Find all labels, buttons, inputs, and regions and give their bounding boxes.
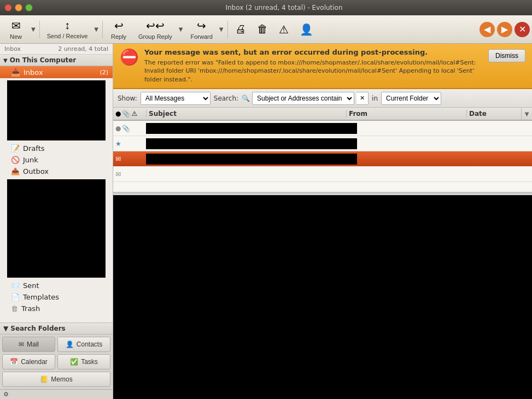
search-folders-header[interactable]: ▼ Search Folders [0,323,113,335]
row-icons-3: ✉ [113,155,146,163]
row-status-icon-4: ✉ [115,171,121,178]
sidebar-item-inbox[interactable]: 📥 Inbox (2) [0,66,113,78]
nav-memos-label: Memos [51,375,72,383]
error-content: Your message was sent, but an error occu… [144,48,483,84]
row-subject-1 [146,123,357,134]
forward-icon: ↪ [197,19,206,32]
maximize-button[interactable] [25,4,33,11]
reply-label: Reply [111,33,126,40]
sidebar-drafts-label: Drafts [23,144,45,152]
contacts-icon: 👤 [300,23,313,36]
inbox-header-bar: Inbox 2 unread, 4 total [0,44,113,55]
delete-button[interactable]: 🗑 [252,19,273,40]
print-button[interactable]: 🖨 [230,19,251,40]
forward-label: Forward [190,33,212,40]
close-button[interactable] [4,4,12,11]
table-row[interactable]: ● 📎 [113,121,532,136]
col-from-header[interactable]: From [346,110,466,118]
sep2 [102,21,103,38]
contacts-toolbar-button[interactable]: 👤 [295,19,318,40]
print-icon: 🖨 [235,23,246,36]
sidebar-outbox-label: Outbox [23,167,49,175]
delete-icon: 🗑 [257,23,268,36]
sep1 [39,21,40,38]
nav-calendar-label: Calendar [21,358,48,366]
row-status-icon-2: ★ [115,140,121,148]
nav-memos-button[interactable]: 📒 Memos [2,372,110,387]
nav-tasks-button[interactable]: ✅ Tasks [57,354,110,369]
outbox-icon: 📤 [11,167,20,175]
this-computer-label: On This Computer [10,56,77,64]
col-date-header[interactable]: Date [466,110,521,118]
show-select[interactable]: All Messages Unread Messages Read Messag… [141,92,211,105]
sidebar-item-drafts[interactable]: 📝 Drafts [0,143,113,154]
app-nav: ✉ Mail 👤 Contacts 📅 Calendar ✅ Tasks 📒 [0,335,113,389]
message-preview [113,195,532,399]
group-reply-button[interactable]: ↩↩ Group Reply [133,19,177,40]
group-reply-icon: ↩↩ [146,19,165,32]
row-icons-4: ✉ [113,171,146,178]
close-nav-button[interactable]: ✕ [515,22,530,37]
inbox-header-label: Inbox [4,45,21,52]
drafts-icon: 📝 [11,144,20,152]
sort-indicator: ▼ [521,108,532,120]
nav-contacts-button[interactable]: 👤 Contacts [57,337,110,352]
sidebar-preview-1 [7,80,106,140]
nav-calendar-icon: 📅 [10,358,18,366]
nav-tasks-label: Tasks [81,358,98,366]
error-message: The reported error was "Failed to append… [144,58,483,84]
forward-button[interactable]: ↪ Forward [185,19,217,40]
sidebar-templates-label: Templates [23,293,59,301]
nav-mail-button[interactable]: ✉ Mail [2,337,55,352]
minimize-button[interactable] [15,4,22,11]
error-icon: ⛔ [120,48,139,66]
sidebar-item-trash[interactable]: 🗑 Trash [0,303,113,314]
new-btn-group: ✉ New ▼ [2,19,37,40]
folder-select[interactable]: Current Folder All Accounts Active Accou… [381,92,441,105]
nav-contacts-label: Contacts [77,341,102,348]
sidebar-item-sent[interactable]: 📨 Sent [0,280,113,291]
table-row[interactable]: ★ [113,136,532,151]
msg-list: ● 📎 ★ ✉ [113,121,532,192]
sidebar-item-outbox[interactable]: 📤 Outbox [0,166,113,177]
search-folders-label: Search Folders [10,325,66,332]
sidebar-junk-label: Junk [23,156,38,164]
msg-list-header: ● 📎 ⚠ Subject From Date ▼ [113,108,532,121]
sidebar-item-junk[interactable]: 🚫 Junk [0,154,113,166]
mail-icon: ✉ [19,341,24,348]
back-button[interactable]: ◀ [480,22,495,37]
this-computer-header[interactable]: ▼ On This Computer [0,55,113,66]
search-type-select[interactable]: Subject or Addresses contain Subject con… [252,92,354,105]
group-reply-btn-group: ↩↩ Group Reply ▼ [133,19,184,40]
send-receive-dropdown-arrow[interactable]: ▼ [92,19,100,40]
forward-nav-button[interactable]: ▶ [497,22,512,37]
nav-buttons: ◀ ▶ ✕ [480,22,530,37]
reply-icon: ↩ [114,19,124,32]
window-controls [4,4,33,11]
table-row[interactable]: ✉ [113,151,532,167]
forward-dropdown-arrow[interactable]: ▼ [218,19,225,40]
group-reply-label: Group Reply [138,33,172,40]
send-receive-button[interactable]: ↕ Send / Receive [42,19,93,40]
search-folders-arrow: ▼ [3,325,8,332]
this-computer-arrow: ▼ [3,57,8,63]
group-reply-dropdown-arrow[interactable]: ▼ [177,19,185,40]
titlebar: Inbox (2 unread, 4 total) - Evolution [0,0,532,15]
row-icons-2: ★ [113,140,146,148]
junk-button[interactable]: ⚠ [274,19,294,40]
search-label: Search: [214,95,238,102]
dismiss-button[interactable]: Dismiss [488,49,525,62]
nav-calendar-button[interactable]: 📅 Calendar [2,354,55,369]
row-attach-icon-1: 📎 [122,125,130,132]
search-clear-button[interactable]: ✕ [356,92,369,105]
table-row[interactable]: ✉ [113,167,532,182]
sidebar-item-templates[interactable]: 📄 Templates [0,291,113,303]
sidebar-sent-label: Sent [23,281,39,290]
col-subject-header[interactable]: Subject [146,110,346,118]
templates-icon: 📄 [11,293,20,301]
new-button[interactable]: ✉ New [2,19,30,40]
new-dropdown-arrow[interactable]: ▼ [30,19,37,40]
reply-button[interactable]: ↩ Reply [105,19,132,40]
row-subject-2 [146,138,357,149]
sidebar-inbox-badge: (2) [100,69,108,76]
